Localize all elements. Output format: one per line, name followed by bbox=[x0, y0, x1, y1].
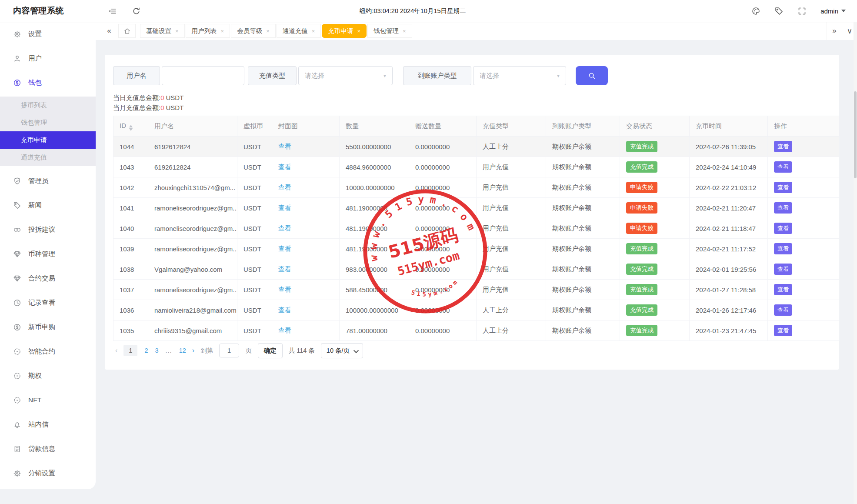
view-button[interactable]: 查看 bbox=[774, 223, 792, 234]
sidebar-item-options[interactable]: 期权 bbox=[0, 364, 96, 388]
close-tab-icon[interactable]: × bbox=[175, 28, 179, 34]
main-content: 用户名 充值类型 请选择 ▼ 到账账户类型 请选择 ▼ 当日充值总金额:0USD… bbox=[96, 40, 857, 504]
cover-view-link[interactable]: 查看 bbox=[278, 224, 291, 232]
page-button-1[interactable]: 1 bbox=[123, 345, 137, 356]
row-amount: 481.19000000 bbox=[346, 204, 387, 212]
page-size-select[interactable]: 10 条/页 bbox=[321, 343, 363, 358]
page-button-3[interactable]: 3 bbox=[155, 347, 158, 354]
row-account-type: 期权账户余额 bbox=[552, 184, 591, 191]
sidebar-item-wallet[interactable]: 钱包 bbox=[0, 70, 96, 95]
tab-basic-settings[interactable]: 基础设置× bbox=[140, 24, 185, 38]
cover-view-link[interactable]: 查看 bbox=[278, 163, 291, 170]
prev-page-icon[interactable]: ‹ bbox=[115, 347, 117, 354]
close-tab-icon[interactable]: × bbox=[312, 28, 315, 34]
fullscreen-icon[interactable] bbox=[797, 7, 807, 16]
tab-user-list[interactable]: 用户列表× bbox=[186, 24, 230, 38]
jump-page-input[interactable] bbox=[219, 344, 239, 357]
close-tab-icon[interactable]: × bbox=[357, 28, 360, 34]
cover-view-link[interactable]: 查看 bbox=[278, 306, 291, 314]
sidebar-item-coin-manage[interactable]: 币种管理 bbox=[0, 242, 96, 266]
refresh-icon[interactable] bbox=[132, 7, 141, 16]
tab-member-level[interactable]: 会员等级× bbox=[231, 24, 276, 38]
view-button[interactable]: 查看 bbox=[774, 243, 792, 254]
close-tab-icon[interactable]: × bbox=[403, 28, 406, 34]
sidebar-item-contract-trade[interactable]: 合约交易 bbox=[0, 266, 96, 290]
stat-unit: USDT bbox=[166, 94, 184, 101]
stat-monthly: 当月充值总金额:0USDT bbox=[113, 103, 183, 113]
cell-recharge-type: 用户充值 bbox=[477, 177, 546, 198]
view-button[interactable]: 查看 bbox=[774, 202, 792, 214]
sidebar-item-users[interactable]: 用户 bbox=[0, 46, 96, 70]
view-button[interactable]: 查看 bbox=[774, 182, 792, 193]
tab-channel-recharge[interactable]: 通道充值× bbox=[277, 24, 321, 38]
sidebar-item-admins[interactable]: 管理员 bbox=[0, 169, 96, 193]
cover-view-link[interactable]: 查看 bbox=[278, 245, 291, 252]
cell-time: 2024-02-21 11:18:47 bbox=[690, 218, 768, 239]
view-button[interactable]: 查看 bbox=[774, 284, 792, 295]
cell-time: 2024-02-01 19:25:56 bbox=[690, 259, 768, 280]
row-id: 1038 bbox=[120, 266, 134, 273]
tab-label: 基础设置 bbox=[146, 27, 171, 35]
select-caret-icon: ▼ bbox=[556, 73, 560, 78]
world-clock: 纽约:03:04:20 2024年10月15日星期二 bbox=[359, 7, 466, 15]
cover-view-link[interactable]: 查看 bbox=[278, 143, 291, 150]
tag-icon[interactable] bbox=[774, 7, 784, 16]
cover-view-link[interactable]: 查看 bbox=[278, 286, 291, 293]
sidebar-item-site-message[interactable]: 站内信 bbox=[0, 412, 96, 437]
view-button[interactable]: 查看 bbox=[774, 325, 792, 336]
tab-coin-recharge-request[interactable]: 充币申请× bbox=[322, 24, 367, 38]
next-page-icon[interactable]: › bbox=[192, 347, 194, 354]
tab-label: 充币申请 bbox=[328, 27, 353, 35]
sidebar-item-nft[interactable]: NFT bbox=[0, 388, 96, 412]
page-button-2[interactable]: 2 bbox=[144, 347, 148, 354]
user-menu[interactable]: admin bbox=[820, 7, 846, 15]
sidebar-item-settings[interactable]: 设置 bbox=[0, 22, 96, 46]
row-recharge-type: 用户充值 bbox=[483, 245, 509, 252]
close-tab-icon[interactable]: × bbox=[221, 28, 224, 34]
row-bonus: 0.00000000 bbox=[415, 245, 450, 253]
search-button[interactable] bbox=[576, 66, 608, 85]
expand-tabs-icon[interactable]: » bbox=[827, 22, 842, 40]
sidebar-subitem-withdraw-list[interactable]: 提币列表 bbox=[0, 97, 96, 114]
cover-view-link[interactable]: 查看 bbox=[278, 204, 291, 211]
home-tab[interactable] bbox=[118, 24, 136, 38]
cover-view-link[interactable]: 查看 bbox=[278, 327, 291, 334]
cell-coin: USDT bbox=[237, 218, 272, 239]
sidebar-item-smart-contract[interactable]: 智能合约 bbox=[0, 339, 96, 364]
scrollbar-thumb[interactable] bbox=[854, 91, 857, 178]
tab-wallet-manage[interactable]: 钱包管理× bbox=[367, 24, 412, 38]
sort-icon[interactable] bbox=[129, 125, 133, 131]
status-badge: 申请失败 bbox=[626, 223, 657, 234]
page-button-12[interactable]: 12 bbox=[179, 347, 186, 354]
view-button[interactable]: 查看 bbox=[774, 304, 792, 316]
collapse-tabs-icon[interactable]: « bbox=[102, 22, 117, 40]
sidebar-item-record-view[interactable]: 记录查看 bbox=[0, 290, 96, 315]
cell-action: 查看 bbox=[768, 320, 840, 341]
sidebar-item-feedback[interactable]: 投拆建议 bbox=[0, 217, 96, 242]
sidebar-item-label: 管理员 bbox=[28, 177, 49, 186]
cover-view-link[interactable]: 查看 bbox=[278, 184, 291, 191]
confirm-button[interactable]: 确定 bbox=[258, 343, 283, 358]
sidebar-item-distribution-settings[interactable]: 分销设置 bbox=[0, 461, 96, 485]
sidebar-subitem-channel-recharge[interactable]: 通道充值 bbox=[0, 149, 96, 166]
sidebar-item-new-coin-subscribe[interactable]: 新币申购 bbox=[0, 315, 96, 339]
account-type-select[interactable]: 请选择 ▼ bbox=[473, 66, 566, 85]
view-button[interactable]: 查看 bbox=[774, 161, 792, 173]
sidebar-subitem-coin-recharge-request[interactable]: 充币申请 bbox=[0, 131, 96, 149]
sidebar-subitem-wallet-manage[interactable]: 钱包管理 bbox=[0, 114, 96, 131]
column-label: 充值类型 bbox=[483, 122, 509, 130]
row-amount: 5500.00000000 bbox=[346, 143, 391, 150]
dollar-icon bbox=[13, 79, 21, 87]
recharge-type-select[interactable]: 请选择 ▼ bbox=[298, 66, 393, 85]
view-button[interactable]: 查看 bbox=[774, 141, 792, 152]
cover-view-link[interactable]: 查看 bbox=[278, 265, 291, 273]
theme-palette-icon[interactable] bbox=[751, 7, 760, 16]
username-input[interactable] bbox=[162, 66, 244, 85]
sidebar-item-news[interactable]: 新闻 bbox=[0, 193, 96, 217]
sidebar-item-loan-info[interactable]: 贷款信息 bbox=[0, 437, 96, 461]
close-tab-icon[interactable]: × bbox=[266, 28, 270, 34]
status-badge: 充值完成 bbox=[626, 161, 657, 173]
fold-menu-icon[interactable] bbox=[108, 7, 117, 16]
sidebar-item-label: 新闻 bbox=[28, 201, 42, 210]
view-button[interactable]: 查看 bbox=[774, 264, 792, 275]
